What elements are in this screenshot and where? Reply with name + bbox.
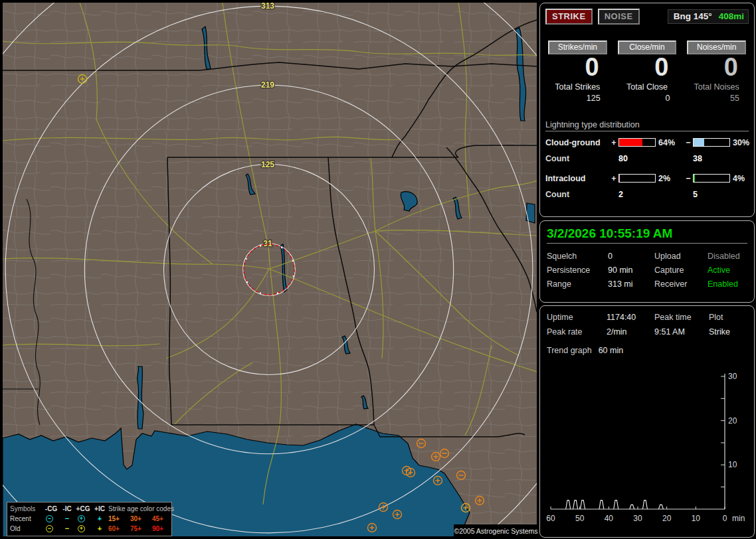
uptime-label: Uptime	[547, 313, 607, 322]
legend-col-pic: +IC	[91, 506, 108, 512]
age-code-90: 90+	[152, 526, 174, 532]
trend-spike	[658, 504, 663, 509]
noise-dot	[292, 260, 294, 262]
trend-spike	[599, 501, 604, 509]
plot-label: Plot	[709, 313, 747, 322]
legend-old-label: Old	[10, 526, 43, 532]
total-noises-label: Total Noises	[684, 82, 749, 92]
noise-dot	[245, 258, 246, 260]
strikes-per-min-button[interactable]: Strikes/min	[548, 40, 607, 54]
trend-y-tick: 10	[728, 460, 737, 469]
trend-x-tick: 10	[692, 514, 701, 523]
peak-time-label: Peak time	[654, 313, 709, 322]
total-strikes-label: Total Strikes	[545, 82, 610, 92]
cg-negative-pct: 30%	[730, 138, 749, 147]
noise-toggle-button[interactable]: NOISE	[598, 9, 640, 25]
strike-toggle-button[interactable]: STRIKE	[545, 9, 593, 25]
trend-spike	[630, 504, 634, 509]
trend-x-tick: 60	[546, 514, 555, 523]
noise-dot	[281, 247, 282, 248]
noise-dot	[246, 281, 248, 283]
total-strikes-value: 125	[545, 94, 610, 103]
trend-x-tick: 40	[605, 514, 614, 523]
copyright-text: ©2005 Astrogenic Systems	[454, 524, 538, 537]
ic-positive-bar	[618, 174, 656, 183]
trend-x-tick: 0	[723, 514, 727, 523]
trend-spike	[614, 501, 618, 509]
trend-spike	[581, 501, 585, 509]
age-code-60: 60+	[108, 526, 130, 532]
bearing-readout: Bng 145° 408mi	[668, 9, 749, 24]
map-legend: Symbols -CG -IC +CG +IC Strike age color…	[7, 502, 172, 536]
strike-map[interactable]: 31125219313 Symbols -CG -IC +CG +IC Stri…	[0, 0, 538, 539]
noise-dot	[277, 293, 278, 294]
legend-col-nic: -IC	[59, 506, 75, 512]
old-pic-icon: +	[91, 525, 108, 532]
noises-per-min-button[interactable]: Noises/min	[687, 40, 746, 54]
capture-label: Capture	[654, 266, 708, 275]
counters-panel: STRIKE NOISE Bng 145° 408mi Strikes/min …	[539, 3, 755, 217]
plot-value: Strike	[709, 327, 747, 337]
trend-x-tick: 20	[662, 514, 672, 523]
ic-count-label: Count	[545, 190, 609, 199]
old-nic-icon: −	[59, 525, 75, 532]
ic-negative-bar	[693, 174, 730, 183]
peak-rate-value: 2/min	[607, 327, 654, 337]
old-ncg-icon: −	[43, 525, 59, 532]
trend-y-tick: 30	[728, 372, 737, 381]
trend-y-tick: 20	[728, 416, 737, 425]
bearing-label: Bng 145°	[674, 11, 712, 21]
legend-col-pcg: +CG	[75, 506, 91, 512]
close-per-min-value: 0	[615, 54, 680, 81]
app-window: 31125219313 Symbols -CG -IC +CG +IC Stri…	[0, 0, 756, 539]
capture-status: Active	[708, 266, 747, 275]
noise-dot	[293, 275, 294, 277]
strikes-per-min-value: 0	[545, 54, 610, 81]
noise-dot	[260, 293, 261, 294]
squelch-value: 0	[608, 252, 654, 261]
legend-col-ncg: -CG	[43, 506, 59, 512]
receiver-status: Enabled	[708, 279, 747, 289]
total-close-label: Total Close	[615, 82, 680, 92]
ring-label-31: 31	[263, 239, 272, 248]
close-per-min-button[interactable]: Close/min	[618, 40, 677, 54]
intracloud-label: Intracloud	[545, 174, 609, 183]
uptime-value: 1174:40	[607, 313, 654, 322]
distribution-heading: Lightning type distribution	[545, 120, 749, 131]
trend-x-unit: min	[732, 514, 745, 523]
upload-status: Disabled	[708, 252, 747, 261]
noise-dot	[260, 245, 261, 246]
persistence-value: 90 min	[608, 266, 654, 275]
ic-positive-count: 2	[618, 190, 656, 199]
peak-time-value: 9:51 AM	[654, 327, 709, 337]
squelch-label: Squelch	[547, 252, 608, 261]
age-code-75: 75+	[130, 526, 152, 532]
minus-sign: −	[684, 174, 693, 183]
map-canvas[interactable]: 31125219313	[0, 0, 538, 539]
cg-positive-count: 80	[618, 154, 656, 163]
legend-symbols-header: Symbols	[10, 506, 43, 512]
age-code-30: 30+	[130, 516, 152, 522]
noises-per-min-value: 0	[684, 54, 749, 81]
ring-label-313: 313	[261, 1, 274, 11]
datetime-display: 3/2/2026 10:55:19 AM	[547, 226, 747, 244]
trend-panel: Uptime 1174:40 Peak time Plot Peak rate …	[539, 305, 755, 538]
cg-positive-bar	[618, 138, 656, 147]
trend-graph-label: Trend graph	[547, 346, 592, 355]
legend-age-header: Strike age color codes	[108, 506, 174, 512]
trend-graph: 6050403020100min102030	[544, 364, 750, 534]
trend-x-tick: 50	[575, 514, 585, 523]
recent-ncg-icon: −	[43, 515, 59, 522]
ring-label-125: 125	[261, 160, 274, 169]
trend-window-value: 60 min	[599, 346, 624, 355]
total-close-value: 0	[615, 94, 680, 103]
age-code-15: 15+	[108, 516, 130, 522]
ic-negative-count: 5	[693, 190, 730, 199]
ic-positive-pct: 2%	[656, 174, 684, 183]
minus-sign: −	[684, 138, 693, 147]
persistence-label: Persistence	[547, 266, 608, 275]
trend-spike	[642, 501, 647, 509]
recent-pic-icon: +	[91, 515, 108, 522]
peak-rate-label: Peak rate	[547, 327, 607, 337]
trend-x-tick: 30	[633, 514, 642, 523]
